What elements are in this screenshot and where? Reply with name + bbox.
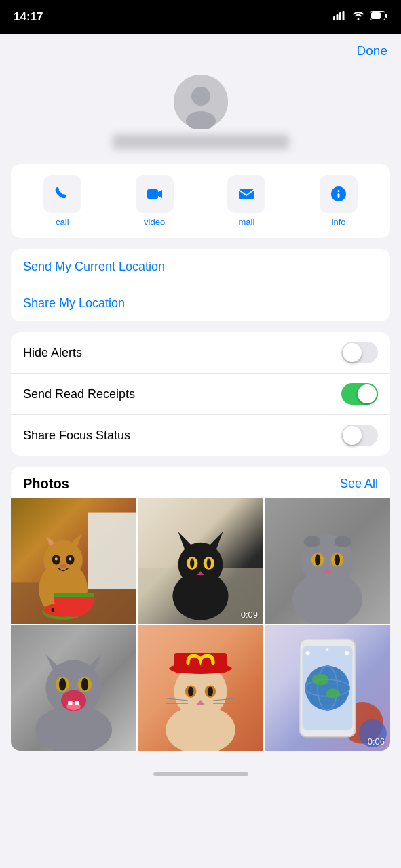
photo-item[interactable]: 0:06 <box>265 625 390 751</box>
svg-marker-36 <box>208 532 223 551</box>
photo-image <box>265 625 390 751</box>
battery-icon <box>370 10 387 24</box>
info-button[interactable]: info <box>311 175 366 227</box>
svg-point-89 <box>312 674 329 685</box>
svg-point-92 <box>345 651 349 655</box>
svg-rect-5 <box>385 14 387 18</box>
svg-point-8 <box>191 87 210 106</box>
video-icon <box>145 184 164 203</box>
info-icon-container <box>320 175 358 213</box>
svg-rect-14 <box>338 193 340 198</box>
svg-point-46 <box>335 536 351 547</box>
hide-alerts-label: Hide Alerts <box>23 346 82 360</box>
share-focus-status-toggle[interactable] <box>341 425 378 446</box>
photo-image <box>265 498 390 624</box>
avatar <box>174 75 228 129</box>
svg-point-50 <box>335 554 340 565</box>
share-focus-status-label: Share Focus Status <box>23 429 130 443</box>
svg-point-93 <box>326 648 328 651</box>
svg-point-29 <box>52 608 54 612</box>
photos-section: Photos See All <box>11 467 390 751</box>
video-button[interactable]: video <box>128 175 182 227</box>
svg-point-39 <box>190 558 194 568</box>
share-focus-status-row: Share Focus Status <box>11 415 390 456</box>
svg-point-49 <box>315 554 320 565</box>
call-icon-container <box>43 175 81 213</box>
contact-header <box>0 68 401 164</box>
hide-alerts-toggle[interactable] <box>341 342 378 363</box>
svg-rect-16 <box>88 513 136 589</box>
photo-item[interactable] <box>265 498 390 624</box>
svg-point-13 <box>338 190 340 192</box>
home-indicator <box>0 764 401 781</box>
send-read-receipts-row: Send Read Receipts <box>11 374 390 415</box>
photos-grid: 0:09 <box>11 498 390 751</box>
call-label: call <box>56 217 69 227</box>
photo-item[interactable] <box>11 625 136 751</box>
info-label: info <box>332 217 346 227</box>
location-section: Send My Current Location Share My Locati… <box>11 249 390 321</box>
time-display: 14:17 <box>14 10 43 24</box>
svg-point-90 <box>326 689 340 698</box>
photo-image <box>138 625 263 751</box>
see-all-button[interactable]: See All <box>340 477 378 491</box>
video-label: video <box>144 217 165 227</box>
share-focus-status-thumb <box>343 426 362 445</box>
svg-rect-3 <box>343 11 345 20</box>
info-icon <box>329 184 348 203</box>
svg-point-45 <box>304 536 321 547</box>
status-bar: 14:17 <box>0 0 401 34</box>
svg-point-75 <box>208 686 213 696</box>
svg-point-30 <box>62 606 64 610</box>
actions-section: call video mail info <box>11 164 390 238</box>
contact-name <box>113 134 289 149</box>
video-duration-2: 0:06 <box>368 736 385 747</box>
svg-rect-63 <box>68 701 72 705</box>
svg-point-28 <box>43 603 83 617</box>
nav-bar: Done <box>0 34 401 68</box>
mail-label: mail <box>238 217 254 227</box>
photo-item[interactable] <box>138 625 263 751</box>
photo-item[interactable]: 0:09 <box>138 498 263 624</box>
done-button[interactable]: Done <box>357 43 387 58</box>
svg-point-86 <box>305 666 350 711</box>
photos-title: Photos <box>23 476 69 492</box>
photo-image <box>11 498 136 624</box>
send-read-receipts-label: Send Read Receipts <box>23 387 135 401</box>
video-icon-container <box>136 175 174 213</box>
svg-rect-11 <box>239 189 254 199</box>
svg-point-40 <box>207 558 211 568</box>
phone-icon <box>53 184 72 203</box>
svg-rect-64 <box>75 701 79 705</box>
hide-alerts-row: Hide Alerts <box>11 332 390 374</box>
hide-alerts-thumb <box>343 343 362 362</box>
mail-button[interactable]: mail <box>219 175 273 227</box>
svg-point-25 <box>69 557 71 560</box>
svg-rect-1 <box>337 14 339 20</box>
svg-point-74 <box>188 686 193 696</box>
send-read-receipts-toggle[interactable] <box>341 383 378 405</box>
toggles-section: Hide Alerts Send Read Receipts Share Foc… <box>11 332 390 456</box>
share-location-button[interactable]: Share My Location <box>11 285 390 321</box>
svg-point-60 <box>81 678 88 691</box>
home-bar <box>153 772 248 776</box>
photo-image <box>138 498 263 624</box>
photo-image <box>11 625 136 751</box>
photo-item[interactable] <box>11 498 136 624</box>
svg-point-91 <box>306 651 310 655</box>
send-read-receipts-thumb <box>358 384 377 403</box>
svg-marker-35 <box>178 532 194 551</box>
signal-icon <box>333 10 347 24</box>
mail-icon <box>237 184 256 203</box>
status-icons <box>333 10 387 24</box>
svg-point-26 <box>60 564 66 568</box>
wifi-icon <box>352 10 364 24</box>
svg-rect-6 <box>371 12 381 19</box>
mail-icon-container <box>227 175 265 213</box>
svg-rect-0 <box>333 16 335 20</box>
svg-point-59 <box>59 678 66 691</box>
video-duration-1: 0:09 <box>241 610 258 620</box>
call-button[interactable]: call <box>35 175 90 227</box>
svg-point-31 <box>71 608 74 612</box>
send-current-location-button[interactable]: Send My Current Location <box>11 249 390 285</box>
